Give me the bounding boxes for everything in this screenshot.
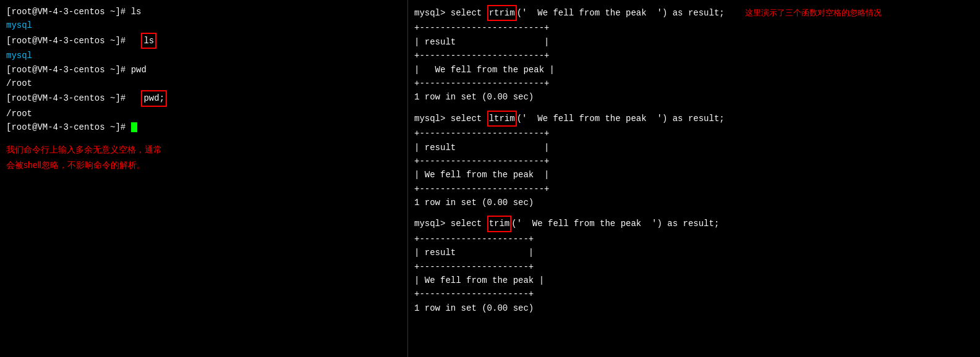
trim-query: mysql> select trim(' We fell from the pe… xyxy=(414,216,974,232)
terminal-line-9: [root@VM-4-3-centos ~]# xyxy=(6,120,401,134)
rtrim-note: 这里演示了三个函数对空格的忽略情况 xyxy=(745,8,882,17)
ltrim-query: mysql> select ltrim(' We fell from the p… xyxy=(414,111,974,127)
terminal-line-7: [root@VM-4-3-centos ~]# pwd; xyxy=(6,90,401,106)
right-mysql-panel: mysql> select rtrim(' We fell from the p… xyxy=(408,0,980,357)
terminal-line-8: /root xyxy=(6,107,401,120)
trim-section: mysql> select trim(' We fell from the pe… xyxy=(414,216,974,315)
rtrim-table-border-2: +------------------------+ xyxy=(414,49,974,62)
trim-func-highlight: trim xyxy=(487,216,512,232)
terminal-line-5: [root@VM-4-3-centos ~]# pwd xyxy=(6,63,401,77)
trim-table-border-3: +---------------------+ xyxy=(414,287,974,301)
ltrim-table-header: | result | xyxy=(414,141,974,154)
ltrim-table-row: | We fell from the peak | xyxy=(414,168,974,182)
trim-table-border-1: +---------------------+ xyxy=(414,232,974,246)
rtrim-table-border-1: +------------------------+ xyxy=(414,21,974,35)
ltrim-table-border-1: +------------------------+ xyxy=(414,127,974,140)
annotation-line-1: 我们命令行上输入多余无意义空格，通常 xyxy=(6,142,401,158)
rtrim-section: mysql> select rtrim(' We fell from the p… xyxy=(414,5,974,104)
terminal-line-2: mysql xyxy=(6,19,401,32)
trim-row-count: 1 row in set (0.00 sec) xyxy=(414,301,974,315)
rtrim-table-row: | We fell from the peak | xyxy=(414,63,974,77)
annotation-line-2: 会被shell忽略，不影响命令的解析。 xyxy=(6,158,401,173)
terminal-line-3: [root@VM-4-3-centos ~]# ls xyxy=(6,33,401,49)
rtrim-query: mysql> select rtrim(' We fell from the p… xyxy=(414,5,974,21)
ls-highlight: ls xyxy=(141,33,156,49)
terminal-line-6: /root xyxy=(6,77,401,90)
trim-table-row: | We fell from the peak | xyxy=(414,274,974,287)
pwd-highlight: pwd; xyxy=(141,90,167,106)
rtrim-row-count: 1 row in set (0.00 sec) xyxy=(414,90,974,104)
rtrim-table-header: | result | xyxy=(414,35,974,49)
ltrim-row-count: 1 row in set (0.00 sec) xyxy=(414,196,974,209)
terminal-line-4: mysql xyxy=(6,49,401,62)
cursor xyxy=(131,122,137,132)
ltrim-table-border-3: +------------------------+ xyxy=(414,182,974,196)
terminal-line-1: [root@VM-4-3-centos ~]# ls xyxy=(6,5,401,19)
trim-table-header: | result | xyxy=(414,246,974,259)
left-terminal-panel: [root@VM-4-3-centos ~]# ls mysql [root@V… xyxy=(0,0,408,357)
ltrim-func-highlight: ltrim xyxy=(487,111,517,127)
ltrim-table-border-2: +------------------------+ xyxy=(414,154,974,168)
rtrim-table-border-3: +------------------------+ xyxy=(414,77,974,90)
ltrim-section: mysql> select ltrim(' We fell from the p… xyxy=(414,111,974,210)
trim-table-border-2: +---------------------+ xyxy=(414,260,974,274)
rtrim-func-highlight: rtrim xyxy=(487,5,517,21)
